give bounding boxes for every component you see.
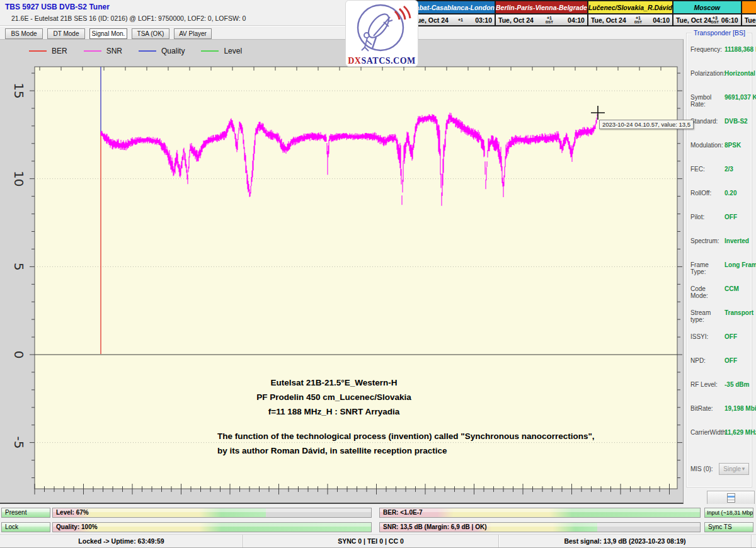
dxsatcs-logo: DXSATCS.COM bbox=[345, 0, 418, 67]
svg-text:-5: -5 bbox=[11, 437, 26, 449]
transponder-groupbox: Transponder [BS] Frequency:11188,368 MHz… bbox=[686, 33, 752, 488]
param-label: ISSYI: bbox=[690, 333, 724, 340]
tab-tsa-ok[interactable]: TSA (OK) bbox=[132, 28, 169, 39]
transponder-row-modulation: Modulation:8PSK bbox=[687, 140, 752, 164]
clock-city: Lučenec/Slovakia_R.Dávid bbox=[588, 1, 672, 14]
transponder-row-standard: Standard:DVB-S2 bbox=[687, 117, 752, 140]
clock-city: Berlin-Paris-Vienna-Belgrade bbox=[496, 1, 587, 14]
param-label: Code Mode: bbox=[690, 285, 724, 299]
clock-time: Tue, Oct 24+103:10 bbox=[411, 14, 495, 25]
transponder-row-polarization: Polarization:Horizontal bbox=[687, 69, 752, 93]
clock-time: Tue, Oct 24+406:10 bbox=[742, 14, 756, 25]
tab-av-player[interactable]: AV Player bbox=[174, 28, 212, 39]
clock-lu-enec-slovakia-r-d-vid: Lučenec/Slovakia_R.DávidTue, Oct 24+1DST… bbox=[587, 0, 673, 26]
param-label: Symbol Rate: bbox=[690, 94, 724, 108]
transponder-row-frame-type: Frame Type:Long Frame bbox=[687, 260, 752, 284]
param-value: 8PSK bbox=[724, 142, 741, 149]
ts-info-button[interactable] bbox=[707, 491, 755, 505]
groupbox-title: Transponder [BS] bbox=[692, 29, 747, 37]
signal-meters: Present Lock Level: 67% Quality: 100% BE… bbox=[0, 504, 756, 534]
param-value: CCM bbox=[724, 285, 739, 292]
status-bar: Locked -> Uptime: 63:49:59 SYNC 0 | TEI … bbox=[0, 534, 756, 548]
transponder-sidebar: Transponder [BS] Frequency:11188,368 MHz… bbox=[684, 28, 756, 504]
param-value: 19,198 Mbit/s bbox=[724, 405, 756, 412]
param-value: 11,629 MHz bbox=[724, 429, 756, 436]
clock-city: Moscow bbox=[673, 1, 741, 14]
world-clocks: Rabat-Casablanca-LondonTue, Oct 24+103:1… bbox=[410, 0, 756, 26]
status-sync-counters: SYNC 0 | TEI 0 | CC 0 bbox=[243, 535, 499, 547]
window-stack-icon bbox=[727, 493, 735, 503]
param-label: FEC: bbox=[690, 166, 724, 173]
snr-meter: SNR: 13,5 dB (Margin: 6,9 dB | OK) bbox=[379, 522, 701, 532]
level-meter: Level: 67% bbox=[52, 508, 372, 518]
param-value: Long Frame bbox=[724, 261, 756, 268]
clock-berlin-paris-vienna-belgrade: Berlin-Paris-Vienna-BelgradeTue, Oct 24+… bbox=[495, 0, 588, 26]
clock-moscow: MoscowTue, Oct 24+3DST06:10 bbox=[672, 0, 742, 26]
param-label: Modulation: bbox=[690, 142, 724, 149]
annotation-line: Eutelsat 21B-21.5°E_Western-H bbox=[208, 375, 460, 390]
mis-select[interactable]: Single ▼ bbox=[719, 463, 749, 475]
param-value: OFF bbox=[724, 357, 737, 364]
annotation-line: PF Prodelin 450 cm_Lucenec/Slovakia bbox=[208, 390, 460, 404]
svg-text:15: 15 bbox=[11, 83, 26, 98]
mis-row: MIS (0): Single ▼ bbox=[690, 463, 749, 475]
transponder-rows: Frequency:11188,368 MHzPolarization:Hori… bbox=[687, 45, 752, 452]
transponder-row-rolloff: RollOff:0.20 bbox=[687, 188, 752, 212]
annotation-line: The function of the technological proces… bbox=[217, 429, 658, 443]
tuner-subtitle: 21.6E - Eutelsat 21B SES 16 (ID: 0216) @… bbox=[11, 14, 246, 22]
param-value: Horizontal bbox=[724, 70, 755, 77]
svg-text:10: 10 bbox=[11, 171, 26, 186]
ber-meter: BER: <1.0E-7 bbox=[379, 508, 701, 518]
present-indicator: Present bbox=[1, 508, 50, 518]
app-title: TBS 5927 USB DVB-S2 Tuner bbox=[5, 3, 110, 11]
param-value: Transport bbox=[724, 309, 753, 316]
clock-time: Tue, Oct 24+3DST06:10 bbox=[673, 14, 741, 25]
chart-annotation-body: The function of the technological proces… bbox=[217, 429, 658, 458]
transponder-row-frequency: Frequency:11188,368 MHz bbox=[687, 45, 752, 69]
quality-legend-swatch bbox=[139, 50, 156, 52]
param-label: Frame Type: bbox=[690, 261, 724, 275]
transponder-row-spectrum: Spectrum:Inverted bbox=[687, 236, 752, 260]
snr-legend-label: SNR bbox=[106, 47, 122, 55]
clock-rabat-casablanca-london: Rabat-Casablanca-LondonTue, Oct 24+103:1… bbox=[410, 0, 496, 26]
transponder-row-carrierwidth: CarrierWidth:11,629 MHz bbox=[687, 428, 752, 452]
annotation-line: by its author Roman Dávid, in satellite … bbox=[217, 443, 658, 458]
param-label: Frequency: bbox=[690, 46, 724, 53]
header-divider bbox=[0, 25, 350, 26]
lock-indicator: Lock bbox=[1, 522, 50, 532]
param-value: OFF bbox=[724, 333, 737, 340]
quality-meter: Quality: 100% bbox=[52, 522, 372, 532]
param-label: RF Level: bbox=[690, 381, 724, 388]
transponder-row-fec: FEC:2/3 bbox=[687, 164, 752, 188]
transponder-row-symbol-rate: Symbol Rate:9691,037 KS/s bbox=[687, 93, 752, 117]
tab-bs-mode[interactable]: BS Mode bbox=[5, 28, 43, 39]
param-value: 2/3 bbox=[724, 166, 733, 173]
tab-dt-mode[interactable]: DT Mode bbox=[47, 28, 85, 39]
logo-text: DXSATCS.COM bbox=[346, 56, 418, 66]
clock-city: Dubai bbox=[742, 1, 756, 14]
clock-time: Tue, Oct 24+1DST04:10 bbox=[588, 14, 672, 25]
param-label: Standard: bbox=[690, 118, 724, 125]
chart-annotation-title: Eutelsat 21B-21.5°E_Western-H PF Prodeli… bbox=[208, 375, 460, 419]
param-label: CarrierWidth: bbox=[690, 429, 724, 436]
mode-tabs: BS ModeDT ModeSignal Mon.TSA (OK)AV Play… bbox=[5, 28, 212, 39]
tab-signal-mon[interactable]: Signal Mon. bbox=[89, 28, 127, 39]
ber-legend-label: BER bbox=[52, 47, 67, 55]
param-label: Spectrum: bbox=[690, 237, 724, 244]
transponder-row-code-mode: Code Mode:CCM bbox=[687, 284, 752, 308]
status-best-signal: Best signal: 13,9 dB (2023-10-23 08:19) bbox=[499, 535, 752, 547]
transponder-row-npd: NPD:OFF bbox=[687, 356, 752, 380]
chevron-down-icon: ▼ bbox=[741, 466, 748, 472]
transponder-row-rf-level: RF Level:-35 dBm bbox=[687, 380, 752, 404]
param-value: OFF bbox=[724, 214, 737, 220]
level-legend-swatch bbox=[201, 50, 219, 52]
param-label: Pilot: bbox=[690, 214, 724, 220]
quality-legend-label: Quality bbox=[161, 47, 185, 55]
svg-text:5: 5 bbox=[11, 263, 26, 271]
level-legend-label: Level bbox=[224, 47, 242, 55]
transponder-row-issyi: ISSYI:OFF bbox=[687, 332, 752, 356]
input-indicator: Input (~18,31 Mbps) bbox=[704, 508, 753, 518]
clock-time: Tue, Oct 24+1DST04:10 bbox=[496, 14, 587, 25]
transponder-row-pilot: Pilot:OFF bbox=[687, 212, 752, 236]
chart-legend: BERSNRQualityLevel bbox=[29, 46, 258, 56]
